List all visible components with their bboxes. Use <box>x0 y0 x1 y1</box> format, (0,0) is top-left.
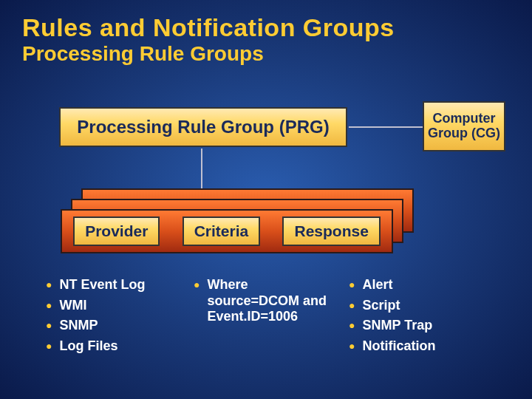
list-item: SNMP Trap <box>349 318 482 334</box>
providers-column: NT Event LogWMISNMPLog Files <box>46 277 179 358</box>
slide-title: Rules and Notification Groups <box>0 0 532 42</box>
cg-box: Computer Group (CG) <box>423 101 505 151</box>
list-item: Script <box>349 298 482 314</box>
chip-criteria: Criteria <box>183 216 261 246</box>
bullet-columns: NT Event LogWMISNMPLog Files Where sourc… <box>46 277 519 358</box>
connector-horizontal <box>349 126 423 128</box>
rule-stack: Provider Criteria Response <box>61 188 415 255</box>
list-item: WMI <box>46 298 179 314</box>
slide-subtitle: Processing Rule Groups <box>0 42 532 66</box>
connector-vertical <box>201 149 202 191</box>
prg-box: Processing Rule Group (PRG) <box>59 107 347 147</box>
stack-card-front: Provider Criteria Response <box>61 209 393 253</box>
chip-provider: Provider <box>73 216 160 246</box>
list-item: Where source=DCOM and Event.ID=1006 <box>194 277 334 325</box>
list-item: NT Event Log <box>46 277 179 293</box>
criteria-column: Where source=DCOM and Event.ID=1006 <box>194 277 334 358</box>
chip-response: Response <box>282 216 380 246</box>
list-item: Alert <box>349 277 482 293</box>
list-item: SNMP <box>46 318 179 334</box>
responses-column: AlertScriptSNMP TrapNotification <box>349 277 482 358</box>
list-item: Log Files <box>46 338 179 355</box>
list-item: Notification <box>349 338 482 355</box>
